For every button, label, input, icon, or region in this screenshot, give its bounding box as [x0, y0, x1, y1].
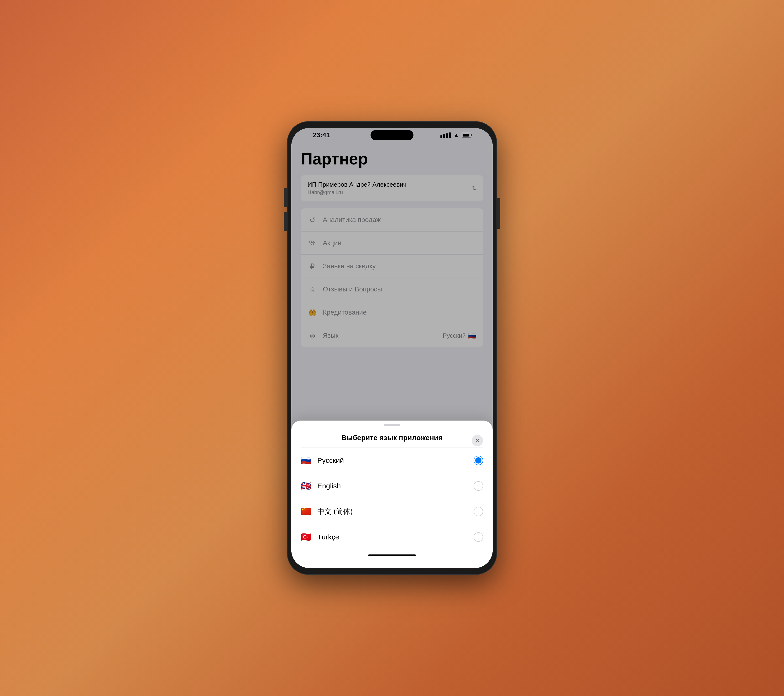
language-item-zh[interactable]: 🇨🇳 中文 (简体) [301, 499, 483, 524]
sheet-handle [384, 424, 400, 426]
ru-flag: 🇷🇺 [301, 455, 311, 465]
language-item-en[interactable]: 🇬🇧 English [301, 473, 483, 499]
language-bottom-sheet: Выберите язык приложения ✕ 🇷🇺 Русский 🇬🇧 [292, 421, 492, 568]
language-list: 🇷🇺 Русский 🇬🇧 English 🇨🇳 中文 (简体) [292, 448, 492, 550]
ru-radio[interactable] [474, 456, 483, 465]
language-item-tr[interactable]: 🇹🇷 Türkçe [301, 524, 483, 550]
en-flag: 🇬🇧 [301, 481, 311, 491]
zh-flag: 🇨🇳 [301, 506, 311, 516]
phone-frame: 23:41 ▲ Партнер [287, 121, 497, 575]
sheet-title: Выберите язык приложения [341, 434, 442, 442]
sheet-header: Выберите язык приложения ✕ [292, 426, 492, 447]
power-button[interactable] [497, 198, 500, 229]
volume-up-button[interactable] [284, 188, 287, 207]
volume-down-button[interactable] [284, 212, 287, 231]
tr-flag: 🇹🇷 [301, 532, 311, 542]
close-button[interactable]: ✕ [472, 435, 483, 446]
tr-radio[interactable] [474, 532, 483, 542]
bottom-sheet-overlay: Выберите язык приложения ✕ 🇷🇺 Русский 🇬🇧 [292, 128, 492, 568]
phone-screen: 23:41 ▲ Партнер [292, 128, 492, 568]
ru-radio-inner [475, 457, 481, 463]
zh-label: 中文 (简体) [317, 507, 468, 516]
en-label: English [317, 482, 468, 490]
language-item-ru[interactable]: 🇷🇺 Русский [301, 448, 483, 473]
ru-label: Русский [317, 456, 468, 465]
zh-radio[interactable] [474, 507, 483, 516]
home-indicator [368, 554, 416, 556]
tr-label: Türkçe [317, 533, 468, 541]
en-radio[interactable] [474, 481, 483, 491]
